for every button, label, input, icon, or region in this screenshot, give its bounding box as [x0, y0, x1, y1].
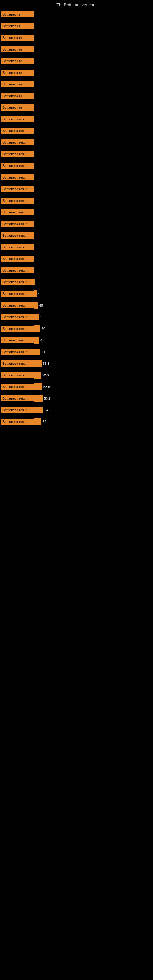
bar-value: 4 — [37, 292, 40, 296]
bar-label: Bottleneck result — [1, 174, 34, 180]
bar-label: Bottleneck resu — [1, 162, 34, 169]
bar-row: Bottleneck result49 — [0, 299, 153, 311]
bar-label: Bottleneck result — [1, 372, 34, 378]
bar-label: Bottleneck result — [1, 395, 34, 401]
bar-label: Bottleneck re — [1, 35, 34, 41]
bar-label: Bottleneck result — [1, 221, 34, 227]
bar-fill — [34, 337, 39, 344]
bar-row: Bottleneck result — [0, 172, 153, 183]
bar-label: Bottleneck res — [1, 128, 34, 134]
bar-label: Bottleneck result — [1, 244, 34, 250]
bar-row: Bottleneck result53.6 — [0, 381, 153, 393]
bar-label: Bottleneck result — [1, 384, 34, 390]
bar-label: Bottleneck result — [1, 279, 34, 285]
bar-label: Bottleneck result — [1, 291, 34, 297]
bar-label: Bottleneck re — [1, 58, 34, 64]
site-title: TheBottlenecker.com — [0, 0, 153, 9]
bar-value: 53.9 — [43, 396, 51, 400]
bar-label: Bottleneck result — [1, 326, 34, 332]
bar-value: 52. — [41, 420, 47, 423]
bar-label: Bottleneck r — [1, 11, 34, 18]
bar-row: Bottleneck re — [0, 102, 153, 113]
bar-fill — [34, 290, 37, 297]
bar-fill — [34, 407, 43, 414]
bar-fill — [34, 313, 39, 320]
bar-row: Bottleneck result51. — [0, 346, 153, 358]
bar-row: Bottleneck res — [0, 113, 153, 125]
bar-value: 53.3 — [41, 362, 49, 365]
bar-row: Bottleneck result51. — [0, 311, 153, 323]
bar-fill — [34, 395, 43, 402]
bar-row: Bottleneck result52. — [0, 416, 153, 428]
bar-fill — [34, 360, 41, 367]
bar-label: Bottleneck result — [1, 360, 34, 367]
bar-fill — [34, 418, 41, 425]
bar-row: Bottleneck result — [0, 241, 153, 253]
bar-row: Bottleneck re — [0, 67, 153, 78]
bar-fill — [34, 383, 42, 390]
bar-row: Bottleneck resu — [0, 160, 153, 172]
bar-label: Bottleneck re — [1, 81, 34, 87]
bar-row: Bottleneck result — [0, 265, 153, 276]
bar-label: Bottleneck result — [1, 209, 34, 215]
bar-row: Bottleneck result50 — [0, 323, 153, 334]
bar-label: Bottleneck result — [1, 314, 34, 320]
bar-label: Bottleneck resu — [1, 151, 34, 157]
bar-fill — [34, 325, 40, 332]
bar-fill — [34, 279, 35, 285]
bar-value: 49 — [38, 304, 43, 307]
bar-fill — [34, 348, 40, 355]
bar-label: Bottleneck result — [1, 418, 34, 425]
bar-label: Bottleneck res — [1, 116, 34, 122]
bar-row: Bottleneck re — [0, 78, 153, 90]
bar-label: Bottleneck re — [1, 70, 34, 76]
bar-label: Bottleneck result — [1, 337, 34, 343]
bar-label: Bottleneck result — [1, 267, 34, 274]
bar-row: Bottleneck result4 — [0, 288, 153, 299]
bar-row: Bottleneck result53.3 — [0, 358, 153, 369]
bar-label: Bottleneck result — [1, 256, 34, 262]
bar-label: Bottleneck result — [1, 232, 34, 239]
bar-value: 54.5 — [43, 408, 51, 412]
bar-row: Bottleneck result — [0, 253, 153, 265]
bar-row: Bottleneck re — [0, 55, 153, 67]
bar-value: 53.6 — [42, 385, 50, 389]
bar-row: Bottleneck result — [0, 218, 153, 230]
bar-label: Bottleneck resu — [1, 139, 34, 145]
bar-row: Bottleneck re — [0, 32, 153, 43]
bar-row: Bottleneck resu — [0, 148, 153, 160]
bar-label: Bottleneck r — [1, 23, 34, 29]
bar-row: Bottleneck re — [0, 90, 153, 102]
bar-row: Bottleneck resu — [0, 137, 153, 148]
bar-fill — [34, 302, 38, 309]
bar-row: Bottleneck r — [0, 20, 153, 32]
bar-row: Bottleneck r — [0, 9, 153, 20]
bar-value: 52.6 — [41, 373, 49, 377]
bar-value: 50 — [40, 327, 45, 331]
bar-row: Bottleneck result4 — [0, 334, 153, 346]
bar-label: Bottleneck re — [1, 93, 34, 99]
bar-label: Bottleneck re — [1, 46, 34, 52]
bar-value: 51. — [39, 315, 45, 319]
bar-row: Bottleneck res — [0, 125, 153, 137]
bar-row: Bottleneck result — [0, 276, 153, 288]
bar-label: Bottleneck result — [1, 197, 34, 204]
bar-row: Bottleneck result — [0, 207, 153, 218]
bar-label: Bottleneck result — [1, 186, 34, 192]
bar-row: Bottleneck result54.5 — [0, 404, 153, 416]
bar-row: Bottleneck result52.6 — [0, 369, 153, 381]
bar-row: Bottleneck result — [0, 230, 153, 241]
bar-value: 51. — [40, 350, 46, 354]
bar-row: Bottleneck result — [0, 183, 153, 195]
bar-row: Bottleneck result — [0, 195, 153, 207]
bar-label: Bottleneck re — [1, 105, 34, 111]
bar-row: Bottleneck result53.9 — [0, 393, 153, 404]
bar-fill — [34, 372, 41, 379]
bar-label: Bottleneck result — [1, 349, 34, 355]
bar-label: Bottleneck result — [1, 302, 34, 309]
bar-value: 4 — [39, 339, 42, 342]
bar-label: Bottleneck result — [1, 407, 34, 413]
bar-row: Bottleneck re — [0, 43, 153, 55]
bars-container: Bottleneck rBottleneck rBottleneck reBot… — [0, 9, 153, 428]
